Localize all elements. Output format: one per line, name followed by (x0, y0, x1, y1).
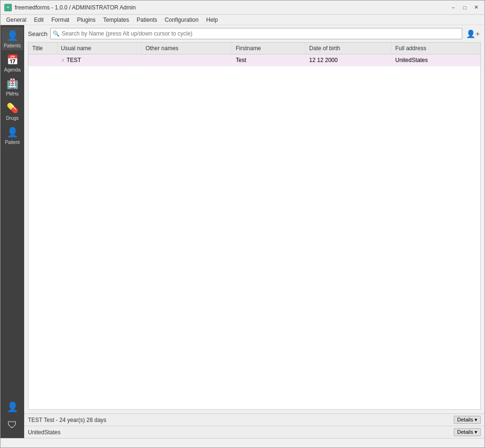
pmhx-icon: 🏥 (6, 77, 19, 90)
menu-patients[interactable]: Patients (133, 15, 161, 25)
app-icon: + (4, 4, 12, 11)
main-area: 👤 Patients 📅 Agenda 🏥 PMHx 💊 Drugs 👤 Pat… (0, 25, 485, 438)
search-magnifier-icon: 🔍 (53, 30, 60, 37)
col-other-names: Other names (142, 43, 232, 54)
sidebar-item-agenda[interactable]: 📅 Agenda (1, 51, 23, 74)
search-input-wrapper: 🔍 (50, 28, 462, 39)
menu-plugins[interactable]: Plugins (73, 15, 99, 25)
content-area: Search 🔍 👤+ Title Usual name Other names… (24, 25, 485, 438)
details-button-2[interactable]: Details ▾ (454, 428, 481, 436)
status-bar (0, 438, 485, 448)
info-row-name: TEST Test - 24 year(s) 28 days Details ▾ (24, 414, 485, 426)
close-button[interactable]: ✕ (471, 3, 481, 12)
cell-address: UnitedStates (391, 54, 480, 66)
sidebar-bottom: 👤 🛡 (1, 398, 23, 436)
col-title: Title (28, 43, 57, 54)
menu-bar: General Edit Format Plugins Templates Pa… (0, 15, 485, 25)
menu-edit[interactable]: Edit (30, 15, 48, 25)
patient-icon: 👤 (6, 125, 19, 139)
menu-help[interactable]: Help (202, 15, 222, 25)
sidebar-item-user[interactable]: 👤 (1, 398, 23, 415)
add-patient-icon[interactable]: 👤+ (465, 28, 481, 39)
maximize-button[interactable]: □ (460, 3, 469, 12)
sidebar-label-drugs: Drugs (6, 116, 19, 121)
table-row[interactable]: ♀ TEST Test 12 12 2000 UnitedStates (28, 54, 480, 66)
menu-configuration[interactable]: Configuration (161, 15, 202, 25)
sidebar-label-patient: Patient (5, 140, 19, 145)
col-firstname: Firstname (232, 43, 305, 54)
search-label: Search (28, 30, 47, 37)
cell-firstname: Test (232, 54, 305, 66)
sidebar-item-patient[interactable]: 👤 Patient (1, 124, 23, 147)
menu-format[interactable]: Format (47, 15, 73, 25)
agenda-icon: 📅 (6, 53, 19, 66)
title-bar-controls: − □ ✕ (449, 3, 481, 12)
details-button-1[interactable]: Details ▾ (454, 416, 481, 424)
sidebar-item-patients[interactable]: 👤 Patients (1, 27, 23, 50)
info-row-address: UnitedStates Details ▾ (24, 426, 485, 438)
menu-general[interactable]: General (2, 15, 30, 25)
gender-indicator: ♀ TEST (61, 57, 81, 63)
title-bar-left: + freemedforms - 1.0.0 / ADMINISTRATOR A… (4, 4, 136, 11)
title-bar: + freemedforms - 1.0.0 / ADMINISTRATOR A… (0, 0, 485, 15)
gender-symbol: ♀ (61, 57, 65, 63)
sidebar: 👤 Patients 📅 Agenda 🏥 PMHx 💊 Drugs 👤 Pat… (0, 25, 24, 438)
cell-usual-name: ♀ TEST (57, 54, 142, 66)
minimize-button[interactable]: − (449, 3, 458, 12)
cell-dob: 12 12 2000 (305, 54, 391, 66)
menu-templates[interactable]: Templates (99, 15, 133, 25)
sidebar-label-patients: Patients (4, 43, 21, 48)
cell-title (28, 54, 57, 66)
drugs-icon: 💊 (6, 101, 19, 115)
user-icon: 👤 (6, 400, 19, 413)
table-header-row: Title Usual name Other names Firstname D… (28, 43, 480, 54)
shield-icon: 🛡 (6, 418, 19, 431)
search-bar: Search 🔍 👤+ (24, 25, 485, 42)
col-address: Full address (391, 43, 480, 54)
app-title: freemedforms - 1.0.0 / ADMINISTRATOR Adm… (15, 4, 136, 11)
usual-name-text: TEST (67, 57, 81, 63)
bottom-panel: TEST Test - 24 year(s) 28 days Details ▾… (24, 413, 485, 438)
sidebar-label-pmhx: PMHx (6, 91, 18, 97)
col-usual-name: Usual name (57, 43, 142, 54)
search-input[interactable] (62, 30, 459, 37)
patient-table-container: Title Usual name Other names Firstname D… (28, 42, 481, 410)
patients-icon: 👤 (6, 29, 19, 42)
cell-other-names (142, 54, 232, 66)
sidebar-label-agenda: Agenda (4, 67, 20, 72)
patient-age-info: TEST Test - 24 year(s) 28 days (28, 417, 107, 423)
patient-address-info: UnitedStates (28, 429, 61, 436)
sidebar-item-shield[interactable]: 🛡 (1, 416, 23, 433)
col-dob: Date of birth (305, 43, 391, 54)
sidebar-item-drugs[interactable]: 💊 Drugs (1, 99, 23, 123)
sidebar-item-pmhx[interactable]: 🏥 PMHx (1, 75, 23, 99)
patient-table: Title Usual name Other names Firstname D… (28, 43, 480, 66)
